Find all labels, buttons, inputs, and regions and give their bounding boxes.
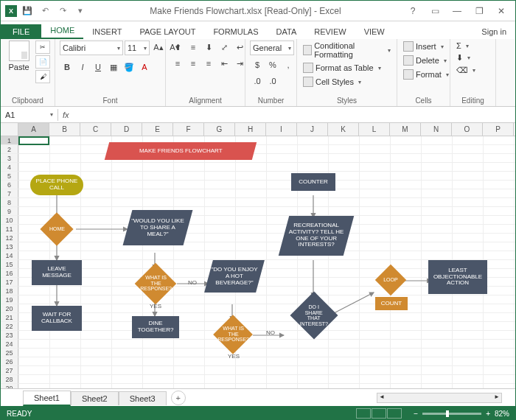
sheet-tab-1[interactable]: Sheet1: [23, 391, 71, 406]
increase-indent-icon[interactable]: ⇥: [232, 57, 247, 70]
align-bottom-icon[interactable]: ⬇: [201, 41, 216, 54]
fill-color-button[interactable]: 🪣: [122, 60, 136, 74]
shape-home[interactable]: HOME: [40, 212, 73, 245]
wrap-text-icon[interactable]: ↩: [232, 41, 247, 54]
zoom-slider[interactable]: [422, 413, 481, 415]
row-header[interactable]: 28: [1, 375, 18, 384]
shape-share-meal[interactable]: "WOULD YOU LIKE TO SHARE A MEAL?": [123, 210, 193, 245]
shape-response-2[interactable]: WHAT IS THE RESPONSE?: [213, 315, 253, 354]
zoom-in-icon[interactable]: +: [486, 410, 490, 418]
decrease-decimal-icon[interactable]: .0: [265, 74, 280, 88]
column-header[interactable]: A: [18, 123, 49, 136]
sign-in-link[interactable]: Sign in: [473, 24, 515, 39]
border-button[interactable]: ▦: [106, 60, 121, 74]
percent-icon[interactable]: %: [265, 58, 280, 71]
shape-leave-message[interactable]: LEAVE MESSAGE: [32, 260, 82, 285]
zoom-out-icon[interactable]: −: [414, 410, 418, 418]
row-header[interactable]: 19: [1, 295, 18, 304]
delete-cells-button[interactable]: Delete▾: [402, 55, 448, 66]
cell-styles-button[interactable]: Cell Styles▾: [301, 76, 363, 88]
tab-data[interactable]: DATA: [268, 24, 306, 39]
clear-button[interactable]: ⌫▾: [455, 65, 477, 76]
row-header[interactable]: 1: [1, 136, 18, 145]
row-header[interactable]: 6: [1, 181, 18, 189]
format-painter-button[interactable]: 🖌: [35, 70, 50, 83]
shape-dine-together[interactable]: DINE TOGETHER?: [132, 316, 179, 338]
format-as-table-button[interactable]: Format as Table▾: [301, 62, 383, 74]
qat-customize-icon[interactable]: ▾: [73, 4, 88, 18]
align-center-icon[interactable]: ≡: [186, 57, 201, 70]
column-header[interactable]: B: [49, 123, 80, 136]
tab-formulas[interactable]: FORMULAS: [204, 24, 267, 39]
row-header[interactable]: 25: [1, 349, 18, 357]
row-header[interactable]: 3: [1, 154, 18, 163]
shape-recreational[interactable]: RECREATIONAL ACTIVITY? TELL HE ONE OF YO…: [279, 216, 354, 256]
normal-view-icon[interactable]: [356, 408, 371, 419]
row-header[interactable]: 21: [1, 313, 18, 322]
comma-icon[interactable]: ,: [281, 58, 296, 71]
shape-count[interactable]: COUNT: [375, 297, 408, 310]
row-header[interactable]: 12: [1, 234, 18, 242]
column-header[interactable]: C: [80, 123, 111, 136]
worksheet-grid[interactable]: ABCDEFGHIJKLMNOP 12345678910111213141516…: [1, 123, 515, 388]
underline-button[interactable]: U: [91, 60, 105, 74]
row-header[interactable]: 8: [1, 198, 18, 207]
sheet-tab-3[interactable]: Sheet3: [119, 391, 167, 405]
help-icon[interactable]: ?: [403, 4, 422, 18]
flowchart-title[interactable]: MAKE FRIENDS FLOWCHART: [105, 142, 257, 160]
shape-response-1[interactable]: WHAT IS THE RESPONSE?: [135, 263, 177, 305]
row-header[interactable]: 13: [1, 242, 18, 251]
page-break-view-icon[interactable]: [387, 408, 402, 419]
font-color-button[interactable]: A: [137, 60, 152, 74]
shape-hot-beverage[interactable]: "DO YOU ENJOY A HOT BEVERAGE?": [204, 260, 265, 293]
undo-icon[interactable]: ↶: [38, 4, 52, 18]
add-sheet-button[interactable]: +: [171, 391, 186, 405]
column-header[interactable]: I: [266, 123, 297, 136]
column-header[interactable]: F: [173, 123, 204, 136]
row-header[interactable]: 29: [1, 384, 18, 388]
row-header[interactable]: 27: [1, 366, 18, 375]
currency-icon[interactable]: $: [250, 58, 265, 71]
align-right-icon[interactable]: ≡: [201, 57, 216, 70]
shape-share-interest[interactable]: DO I SHARE THAT INTEREST?: [290, 291, 338, 339]
row-header[interactable]: 14: [1, 251, 18, 260]
bold-button[interactable]: B: [60, 60, 74, 74]
tab-page-layout[interactable]: PAGE LAYOUT: [130, 24, 204, 39]
column-header[interactable]: G: [204, 123, 235, 136]
align-top-icon[interactable]: ⬆: [170, 41, 185, 54]
number-format-select[interactable]: General▾: [250, 41, 294, 55]
insert-cells-button[interactable]: Insert▾: [402, 41, 445, 52]
restore-icon[interactable]: ❐: [470, 4, 489, 18]
formula-bar[interactable]: [74, 113, 515, 116]
row-header[interactable]: 23: [1, 331, 18, 340]
row-header[interactable]: 5: [1, 172, 18, 181]
sheet-tab-2[interactable]: Sheet2: [71, 391, 119, 405]
column-header[interactable]: M: [390, 123, 421, 136]
row-header[interactable]: 17: [1, 278, 18, 287]
column-header[interactable]: N: [421, 123, 452, 136]
column-header[interactable]: D: [111, 123, 142, 136]
tab-insert[interactable]: INSERT: [83, 24, 130, 39]
save-icon[interactable]: 💾: [20, 4, 35, 18]
tab-file[interactable]: FILE: [1, 24, 41, 39]
column-header[interactable]: H: [235, 123, 266, 136]
orientation-icon[interactable]: ⤢: [217, 41, 231, 54]
font-size-select[interactable]: 11▾: [125, 41, 150, 55]
copy-button[interactable]: 📄: [35, 55, 50, 69]
column-header[interactable]: K: [328, 123, 359, 136]
row-header[interactable]: 15: [1, 260, 18, 269]
row-header[interactable]: 16: [1, 269, 18, 278]
shape-counter[interactable]: COUNTER: [291, 173, 335, 191]
row-header[interactable]: 18: [1, 287, 18, 295]
page-layout-view-icon[interactable]: [372, 408, 386, 419]
shape-loop[interactable]: LOOP: [375, 265, 406, 295]
column-header[interactable]: O: [452, 123, 483, 136]
row-header[interactable]: 22: [1, 322, 18, 331]
autosum-button[interactable]: Σ▾: [455, 41, 470, 51]
align-left-icon[interactable]: ≡: [170, 57, 185, 70]
redo-icon[interactable]: ↷: [55, 4, 70, 18]
horizontal-scrollbar[interactable]: [377, 393, 502, 403]
decrease-indent-icon[interactable]: ⇤: [217, 57, 231, 70]
format-cells-button[interactable]: Format▾: [402, 69, 450, 80]
shape-wait-callback[interactable]: WAIT FOR CALLBACK: [32, 306, 82, 331]
